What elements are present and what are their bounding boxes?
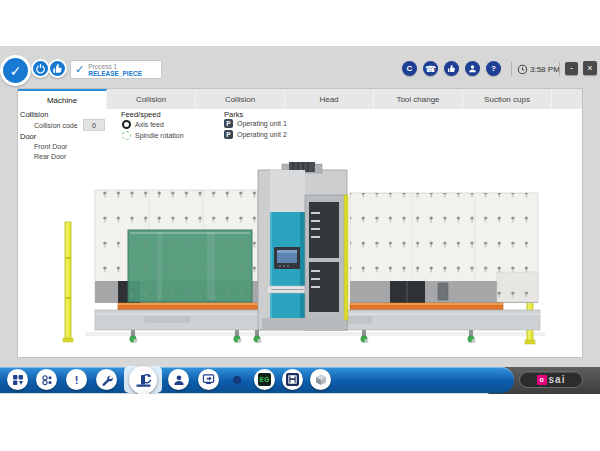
spindle-rotation-icon: [122, 131, 131, 140]
save-icon: [286, 373, 299, 386]
spindle-rotation-label: Spindle rotation: [135, 132, 184, 139]
header-separator: [511, 62, 512, 76]
tab-bar: Machine Collision Collision Head Tool ch…: [18, 89, 582, 109]
wrench-icon: [100, 373, 113, 386]
process-name: RELEASE_PIECE: [88, 70, 142, 77]
tab-machine[interactable]: Machine: [18, 89, 107, 109]
control-screen: [274, 247, 300, 269]
operating-unit-1-label: Operating unit 1: [237, 120, 287, 127]
operating-unit-2-label: Operating unit 2: [237, 131, 287, 138]
monitor-button[interactable]: [198, 369, 219, 390]
user-button[interactable]: [465, 61, 480, 76]
setup-button[interactable]: [36, 369, 57, 390]
tab-collision-1[interactable]: Collision: [107, 89, 196, 109]
clock-time: 3:58 PM: [530, 65, 560, 74]
manual-mode-button[interactable]: [48, 59, 67, 78]
apps-grid-icon: [12, 374, 24, 386]
part-3d-icon: [315, 374, 327, 386]
axis-feed-icon: [122, 120, 131, 129]
collision-section-title: Collision: [20, 110, 48, 119]
collision-code-value: 0: [92, 122, 96, 129]
park-icon: P: [224, 119, 233, 128]
call-button[interactable]: ☎: [423, 61, 438, 76]
apps-button[interactable]: [7, 369, 28, 390]
axis-feed-label: Axis feed: [135, 121, 164, 128]
alarms-button[interactable]: !: [66, 369, 87, 390]
process-label: Process 1: [88, 63, 142, 70]
machine-illustration: [57, 162, 547, 352]
spindle-rotation-row: Spindle rotation: [122, 131, 184, 140]
front-door-label: Front Door: [34, 143, 67, 150]
eg-app-button[interactable]: EG: [254, 369, 275, 390]
part-3d-button[interactable]: [310, 369, 331, 390]
help-button[interactable]: ?: [486, 61, 501, 76]
process-check-icon: ✓: [75, 64, 84, 75]
warning-icon: !: [75, 374, 79, 386]
person-icon: [468, 64, 477, 73]
check-icon: ✓: [10, 63, 22, 79]
eg-icon: EG: [258, 373, 271, 386]
power-icon: [35, 63, 46, 74]
rear-door-label: Rear Door: [34, 153, 66, 160]
collision-code-field[interactable]: 0: [83, 119, 105, 131]
osai-logo-mark: o: [537, 375, 547, 385]
question-icon: ?: [491, 64, 496, 73]
c-icon: C: [407, 64, 413, 73]
person-icon: [173, 374, 185, 386]
minimize-button[interactable]: -: [565, 62, 578, 75]
gears-icon: [41, 374, 53, 386]
bottom-margin: [0, 394, 600, 451]
header-separator: [559, 62, 560, 76]
close-button[interactable]: ×: [583, 61, 597, 75]
door-section-title: Door: [20, 132, 36, 141]
clock-icon: [517, 64, 528, 75]
phone-icon: ☎: [425, 64, 436, 74]
tab-collision-2[interactable]: Collision: [196, 89, 285, 109]
feed-section-title: Feed/speed: [121, 110, 161, 119]
collision-code-label: Collision code: [34, 122, 78, 129]
close-icon: ×: [587, 64, 592, 73]
tab-head[interactable]: Head: [285, 89, 374, 109]
tab-suction-cups[interactable]: Suction cups: [463, 89, 552, 109]
confirm-button[interactable]: ✓: [3, 58, 28, 83]
operator-button[interactable]: [168, 369, 189, 390]
osai-logo: o sai: [519, 371, 583, 388]
thumbs-up-icon: [447, 64, 456, 73]
machining-tower: [258, 162, 348, 330]
thumbs-up-icon: [52, 63, 63, 74]
copyright-button[interactable]: C: [402, 61, 417, 76]
tab-tool-change[interactable]: Tool change: [374, 89, 463, 109]
save-app-button[interactable]: [282, 369, 303, 390]
suction-wall-right: [350, 193, 538, 303]
monitor-icon: [202, 373, 215, 386]
operating-unit-2-row: P Operating unit 2: [224, 130, 287, 139]
taskbar-dot: [233, 376, 241, 384]
screen: ✓ ✓ Process 1 RELEASE_PIECE C ☎ ?: [0, 0, 600, 451]
tool-cabinet: [305, 195, 348, 330]
operating-unit-1-row: P Operating unit 1: [224, 119, 287, 128]
machine-icon: [135, 372, 152, 389]
park-icon: P: [224, 130, 233, 139]
osai-logo-text: sai: [549, 375, 566, 385]
feedback-button[interactable]: [444, 61, 459, 76]
minimize-icon: -: [570, 64, 573, 73]
left-light-barrier: [63, 222, 73, 342]
glass-sheet: [128, 230, 252, 302]
machine-feet: [130, 330, 476, 343]
parks-section-title: Parks: [224, 110, 243, 119]
tools-button[interactable]: [96, 369, 117, 390]
axis-feed-row: Axis feed: [122, 120, 164, 129]
active-process-box[interactable]: ✓ Process 1 RELEASE_PIECE: [70, 60, 162, 79]
